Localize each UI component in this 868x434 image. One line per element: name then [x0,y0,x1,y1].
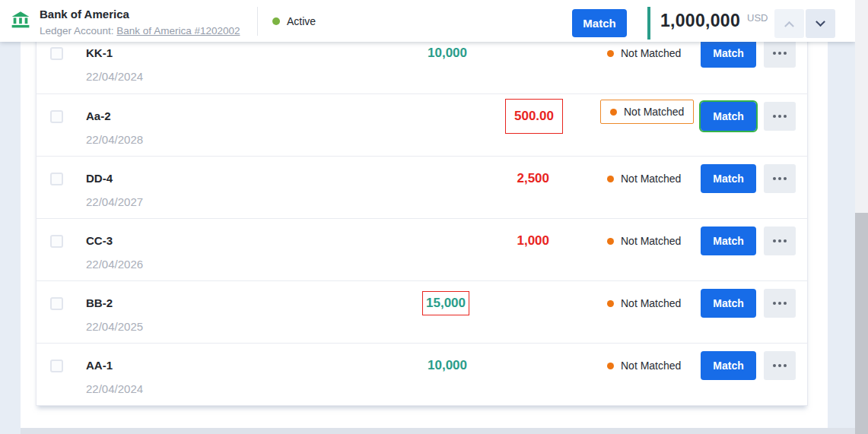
more-options-icon [778,364,781,367]
row-checkbox[interactable] [50,110,63,123]
account-status: Active [272,0,316,42]
status-dot-icon [607,300,614,307]
status-dot-icon [607,176,614,182]
status-dot-icon [607,50,614,57]
status-badge: Not Matched [607,235,681,247]
more-options-icon [778,302,781,305]
account-header: Bank of America Ledger Account: Bank of … [0,0,855,42]
status-label: Not Matched [624,106,684,118]
ledger-account-label: Ledger Account: [40,25,114,36]
vertical-scrollbar-track[interactable] [855,0,868,434]
chevron-up-icon [784,21,794,30]
status-label: Not Matched [621,297,681,309]
header-divider [257,7,258,36]
ledger-matching-page: KK-1 22/04/2024 10,000 Not Matched Match… [0,0,868,434]
more-options-icon [778,177,781,180]
chevron-up-button[interactable] [774,9,804,38]
table-row: AA-1 22/04/2024 10,000 Not Matched Match [37,343,807,405]
ledger-account-link[interactable]: Bank of America #1202002 [116,25,240,36]
status-dot-icon [607,238,614,245]
total-amount-group: 1,000,000 USD [660,10,768,31]
status-label: Not Matched [621,173,681,185]
row-checkbox[interactable] [50,297,63,310]
status-badge: Not Matched [607,173,681,185]
status-dot-icon [607,363,614,369]
status-badge-highlighted: Not Matched [600,100,694,124]
match-button-highlighted[interactable]: Match [701,102,756,131]
more-options-button[interactable] [764,289,796,318]
chevron-down-icon [816,17,825,27]
match-button[interactable]: Match [701,289,756,318]
status-label: Not Matched [621,47,681,59]
status-badge: Not Matched [607,360,681,372]
transaction-date: 22/04/2027 [86,195,143,208]
active-status-label: Active [287,15,316,27]
match-button[interactable]: Match [701,39,756,68]
transaction-name: AA-1 [86,359,113,372]
transaction-amount-selected[interactable]: 500.00 [505,99,563,134]
horizontal-scrollbar[interactable] [21,428,868,434]
transaction-name: BB-2 [86,296,113,309]
status-label: Not Matched [621,235,681,247]
more-options-button[interactable] [764,39,796,68]
row-checkbox[interactable] [50,235,63,248]
status-badge: Not Matched [607,297,681,309]
vertical-scrollbar-thumb[interactable] [855,213,868,434]
more-options-icon [778,115,781,118]
row-checkbox[interactable] [50,173,63,185]
row-checkbox[interactable] [50,360,63,372]
amount-accent-bar [647,7,650,40]
more-options-button[interactable] [764,351,796,380]
table-row: BB-2 22/04/2025 15,000 Not Matched Match [37,280,807,343]
more-options-icon [778,52,781,55]
transaction-name: DD-4 [86,172,113,185]
transaction-date: 22/04/2024 [86,382,143,395]
table-row: DD-4 22/04/2027 2,500 Not Matched Match [37,156,807,218]
transaction-name: KK-1 [86,46,113,59]
more-options-icon [778,239,781,242]
more-options-button[interactable] [764,102,796,131]
chevron-down-button[interactable] [806,9,835,38]
total-amount-value: 1,000,000 [660,10,740,31]
amount-stepper [774,9,835,38]
transaction-amount-selected[interactable]: 15,000 [422,291,469,315]
match-button[interactable]: Match [701,227,756,255]
currency-label: USD [747,10,768,24]
more-options-button[interactable] [764,164,796,193]
transactions-table: KK-1 22/04/2024 10,000 Not Matched Match… [36,30,808,406]
row-checkbox[interactable] [50,47,63,60]
transaction-amount[interactable]: 1,000 [517,233,549,249]
header-match-button[interactable]: Match [572,9,627,37]
status-badge: Not Matched [607,47,681,59]
account-title: Bank of America [40,8,129,21]
transaction-date: 22/04/2025 [86,320,143,333]
more-options-button[interactable] [764,227,796,255]
active-dot-icon [272,17,280,25]
ledger-account-line: Ledger Account: Bank of America #1202002 [40,25,240,36]
status-dot-icon [610,109,617,116]
transaction-date: 22/04/2026 [86,258,143,271]
match-button[interactable]: Match [701,164,756,193]
bank-icon [11,10,30,30]
transaction-name: Aa-2 [86,109,111,122]
table-row: Aa-2 22/04/2028 500.00 Not Matched Match [37,93,807,156]
table-row: CC-3 22/04/2026 1,000 Not Matched Match [37,218,807,280]
transaction-date: 22/04/2024 [86,70,143,83]
transaction-amount[interactable]: 2,500 [517,171,549,186]
status-label: Not Matched [621,360,681,372]
transaction-name: CC-3 [86,234,113,247]
transaction-amount[interactable]: 10,000 [428,46,467,61]
transaction-amount[interactable]: 10,000 [428,358,467,373]
transaction-date: 22/04/2028 [86,133,143,146]
match-button[interactable]: Match [701,351,756,380]
